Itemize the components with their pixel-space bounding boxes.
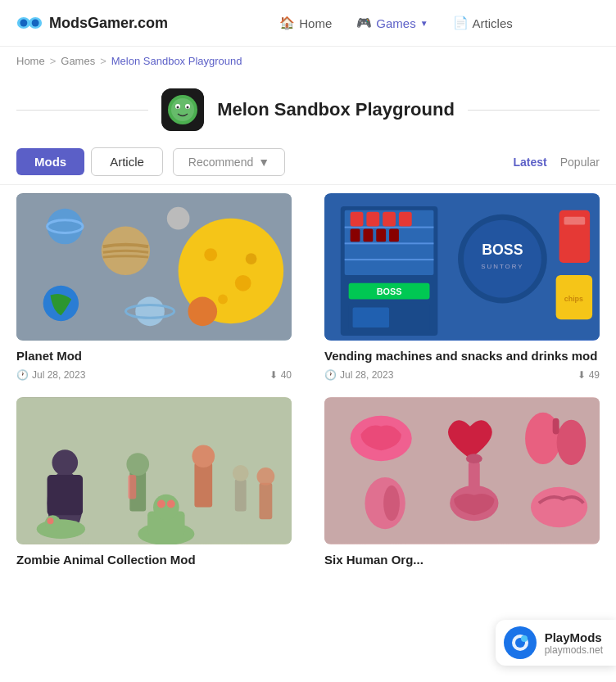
tabs-row: Mods Article Recommend ▼ Latest Popular [0, 139, 616, 185]
playmods-name: PlayMods [545, 630, 603, 644]
svg-rect-48 [564, 217, 586, 225]
svg-point-12 [48, 209, 83, 244]
svg-point-15 [167, 207, 190, 230]
svg-point-67 [157, 500, 165, 508]
svg-point-9 [177, 106, 179, 109]
svg-rect-35 [351, 229, 360, 242]
nav-articles[interactable]: 📄 Articles [453, 16, 513, 30]
svg-point-24 [188, 297, 218, 327]
svg-point-19 [218, 295, 228, 305]
mod-card-zombie[interactable]: Zombie Animal Collection Mod [0, 389, 308, 581]
svg-text:BOSS: BOSS [377, 287, 402, 296]
svg-rect-54 [48, 475, 83, 515]
breadcrumb-sep-1: > [50, 55, 57, 67]
game-icon-svg [161, 88, 204, 131]
svg-point-55 [37, 519, 85, 539]
svg-point-62 [192, 445, 215, 467]
download-icon-2: ⬇ [578, 369, 586, 381]
mod-meta-planet: 🕐 Jul 28, 2023 ⬇ 40 [16, 369, 292, 381]
playmods-url: playmods.net [545, 644, 603, 656]
logo-text: ModsGamer.com [49, 15, 168, 32]
logo[interactable]: ModsGamer.com [16, 10, 168, 36]
header: ModsGamer.com 🏠 Home 🎮 Games ▼ 📄 Article… [0, 0, 616, 47]
svg-point-10 [187, 106, 189, 109]
game-header: Melon Sandbox Playground [0, 75, 616, 139]
mod-downloads-planet: ⬇ 40 [270, 369, 292, 381]
logo-icon [16, 10, 43, 36]
breadcrumb-games[interactable]: Games [61, 55, 95, 67]
tab-mods[interactable]: Mods [16, 148, 84, 175]
svg-rect-31 [351, 212, 364, 227]
svg-point-53 [52, 449, 78, 476]
svg-text:BOSS: BOSS [482, 242, 523, 258]
svg-point-6 [171, 98, 194, 121]
svg-rect-36 [363, 229, 373, 242]
filter-latest[interactable]: Latest [514, 156, 547, 169]
svg-point-70 [233, 465, 249, 481]
mod-meta-vending: 🕐 Jul 28, 2023 ⬇ 49 [324, 369, 600, 381]
svg-point-66 [153, 495, 179, 521]
mod-card-planet[interactable]: Planet Mod 🕐 Jul 28, 2023 ⬇ 40 [0, 185, 308, 389]
recommend-chevron: ▼ [258, 156, 270, 169]
svg-rect-37 [376, 229, 386, 242]
mod-date-planet: 🕐 Jul 28, 2023 [16, 369, 85, 381]
breadcrumb: Home > Games > Melon Sandbox Playground [0, 47, 616, 75]
svg-rect-77 [553, 418, 559, 435]
mod-title-vending: Vending machines and snacks and drinks m… [324, 349, 600, 363]
svg-point-56 [45, 515, 61, 531]
svg-point-20 [246, 253, 257, 264]
svg-rect-60 [128, 475, 136, 499]
clock-icon-2: 🕐 [324, 369, 337, 381]
filter-popular[interactable]: Popular [560, 156, 600, 169]
tab-article[interactable]: Article [91, 147, 163, 176]
svg-rect-30 [345, 259, 434, 260]
svg-point-18 [235, 275, 251, 291]
svg-text:SUNTORY: SUNTORY [481, 263, 523, 270]
svg-point-72 [257, 467, 275, 486]
playmods-badge[interactable]: PlayMods playmods.net [496, 620, 616, 666]
svg-point-79 [383, 486, 400, 521]
mod-card-vending[interactable]: BOSS BOSS SUNTORY chips Vending machines… [308, 185, 616, 389]
download-icon: ⬇ [270, 369, 278, 381]
game-title: Melon Sandbox Playground [217, 98, 455, 122]
svg-rect-69 [235, 479, 247, 512]
svg-rect-33 [383, 212, 396, 227]
mod-title-planet: Planet Mod [16, 349, 292, 363]
svg-point-57 [48, 517, 54, 524]
breadcrumb-current: Melon Sandbox Playground [111, 55, 242, 67]
svg-rect-71 [259, 483, 272, 519]
playmods-info: PlayMods playmods.net [545, 630, 603, 656]
mod-title-zombie: Zombie Animal Collection Mod [16, 553, 292, 567]
svg-rect-34 [399, 212, 412, 227]
home-icon: 🏠 [279, 16, 295, 30]
svg-point-17 [204, 248, 217, 261]
breadcrumb-sep-2: > [100, 55, 106, 67]
planet-scene-svg [16, 193, 292, 341]
svg-rect-29 [345, 242, 434, 244]
mod-downloads-vending: ⬇ 49 [578, 369, 600, 381]
mod-thumbnail-planet [16, 193, 292, 341]
main-nav: 🏠 Home 🎮 Games ▼ 📄 Articles [192, 16, 600, 30]
breadcrumb-home[interactable]: Home [16, 55, 45, 67]
articles-icon: 📄 [453, 16, 469, 30]
svg-point-2 [20, 20, 27, 27]
mod-date-vending: 🕐 Jul 28, 2023 [324, 369, 393, 381]
nav-games[interactable]: 🎮 Games ▼ [356, 16, 428, 30]
vending-scene-svg: BOSS BOSS SUNTORY chips [324, 193, 600, 341]
svg-rect-28 [345, 227, 434, 228]
svg-rect-61 [194, 463, 212, 507]
svg-point-3 [32, 20, 39, 27]
games-icon: 🎮 [356, 16, 372, 30]
svg-rect-42 [353, 307, 389, 327]
svg-point-44 [464, 220, 541, 298]
mod-card-organ[interactable]: Six Human Org... [308, 389, 616, 581]
nav-home[interactable]: 🏠 Home [279, 16, 332, 30]
game-icon [161, 88, 204, 131]
tab-recommend[interactable]: Recommend ▼ [173, 148, 285, 176]
svg-point-87 [521, 635, 528, 642]
chevron-down-icon: ▼ [420, 19, 428, 28]
nav-articles-label: Articles [473, 16, 513, 30]
mod-thumbnail-organ [324, 397, 600, 544]
clock-icon: 🕐 [16, 369, 29, 381]
nav-home-label: Home [299, 16, 332, 30]
